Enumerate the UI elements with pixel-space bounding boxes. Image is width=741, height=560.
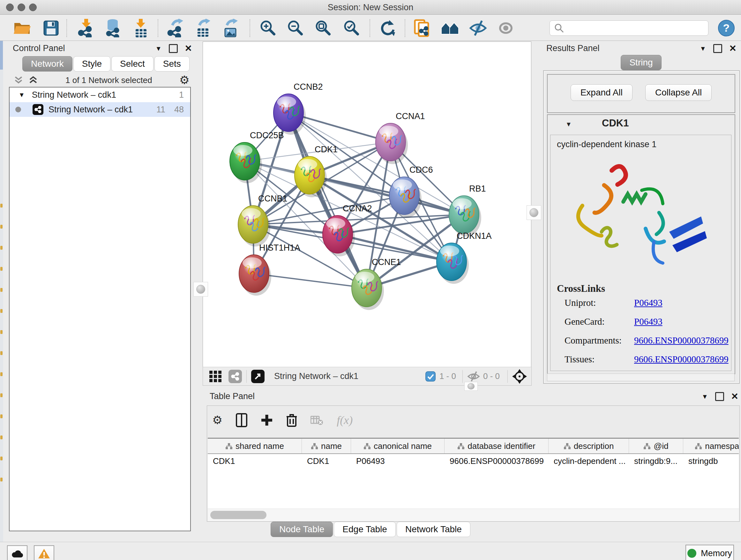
warning-triangle-icon bbox=[38, 548, 51, 559]
gene-description: cyclin-dependent kinase 1 bbox=[557, 139, 731, 149]
close-panel-icon[interactable]: ✕ bbox=[731, 393, 738, 400]
node-CDKN1A[interactable]: CDKN1A bbox=[436, 231, 492, 284]
close-panel-icon[interactable]: ✕ bbox=[729, 45, 737, 52]
table-cell[interactable]: stringdb:9... bbox=[629, 454, 683, 468]
import-network-from-database-button[interactable] bbox=[104, 18, 123, 38]
tab-node-table[interactable]: Node Table bbox=[271, 522, 333, 537]
expand-all-icon[interactable] bbox=[29, 76, 38, 84]
expand-all-button[interactable]: Expand All bbox=[570, 84, 632, 101]
grid-view-icon[interactable] bbox=[209, 370, 223, 383]
node-RB1[interactable]: RB1 bbox=[449, 184, 486, 237]
table-cell[interactable]: 9606.ENSP00000378699 bbox=[445, 454, 549, 468]
zoom-fit-button[interactable] bbox=[314, 18, 333, 38]
node-CCNE1[interactable]: CCNE1 bbox=[352, 257, 401, 310]
help-button[interactable]: ? bbox=[717, 18, 736, 38]
hidden-eye-slash-icon[interactable] bbox=[467, 371, 480, 382]
open-session-button[interactable] bbox=[13, 18, 32, 38]
import-network-button[interactable] bbox=[77, 18, 96, 38]
new-network-from-selection-button[interactable] bbox=[413, 18, 432, 38]
panel-menu-icon[interactable]: ▼ bbox=[702, 393, 708, 400]
collapse-triangle-icon[interactable]: ▼ bbox=[18, 91, 25, 99]
splitter-handle[interactable] bbox=[193, 282, 208, 297]
tab-select[interactable]: Select bbox=[111, 56, 153, 71]
column-header-shared-name[interactable]: shared name bbox=[208, 439, 302, 453]
tab-network[interactable]: Network bbox=[22, 56, 72, 71]
table-cell[interactable]: P06493 bbox=[351, 454, 445, 468]
crosslink-link[interactable]: P06493 bbox=[634, 298, 663, 308]
column-header-description[interactable]: description bbox=[549, 439, 629, 453]
node-HIST1H1A[interactable]: HIST1H1A bbox=[239, 243, 300, 296]
table-row[interactable]: CDK1CDK1P064939606.ENSP00000378699cyclin… bbox=[208, 454, 739, 468]
column-header-at-id[interactable]: @id bbox=[629, 439, 683, 453]
panel-menu-icon[interactable]: ▼ bbox=[155, 45, 162, 52]
save-session-button[interactable] bbox=[42, 18, 61, 38]
table-cell[interactable]: CDK1 bbox=[208, 454, 302, 468]
add-column-icon[interactable] bbox=[261, 414, 273, 426]
network-options-gear-icon[interactable]: ⚙ bbox=[179, 74, 190, 86]
import-table-button[interactable] bbox=[131, 18, 151, 38]
node-CCNB1[interactable]: CCNB1 bbox=[238, 194, 287, 246]
node-CCNA1[interactable]: CCNA1 bbox=[376, 111, 425, 164]
export-network-button[interactable] bbox=[166, 18, 185, 38]
table-h-scrollbar[interactable] bbox=[208, 509, 739, 521]
table-panel: Table Panel ▼ ✕ ⚙ f(x) shared namenameca… bbox=[203, 389, 741, 542]
collapse-all-icon[interactable] bbox=[14, 76, 23, 84]
zoom-out-button[interactable] bbox=[286, 18, 305, 38]
collapse-triangle-icon[interactable]: ▼ bbox=[565, 121, 572, 128]
export-image-button[interactable] bbox=[221, 18, 240, 38]
show-columns-icon[interactable] bbox=[236, 413, 247, 427]
column-header-name[interactable]: name bbox=[302, 439, 351, 453]
node-CDC6[interactable]: CDC6 bbox=[389, 165, 433, 218]
hide-selected-button[interactable] bbox=[469, 18, 488, 38]
column-header-canonical-name[interactable]: canonical name bbox=[351, 439, 445, 453]
open-in-new-window-icon[interactable] bbox=[251, 370, 265, 383]
control-panel-title: Control Panel bbox=[13, 44, 65, 53]
column-header-database-identifier[interactable]: database identifier bbox=[445, 439, 549, 453]
crosslink-link[interactable]: P06493 bbox=[634, 316, 663, 327]
search-field[interactable] bbox=[549, 20, 709, 36]
scrollbar-thumb[interactable] bbox=[210, 511, 266, 519]
table-cell[interactable]: stringdb bbox=[683, 454, 739, 468]
crosslink-link[interactable]: 9606.ENSP00000378699 bbox=[634, 335, 729, 346]
string-results-box: Expand All Collapse All ▼ CDK1 cyclin-de… bbox=[543, 70, 740, 384]
close-panel-icon[interactable]: ✕ bbox=[185, 45, 192, 52]
network-canvas[interactable]: CCNB2CCNA1CDC25BCDK1CDC6RB1CCNB1CCNA2CDK… bbox=[203, 42, 531, 367]
warnings-button[interactable] bbox=[34, 545, 54, 560]
float-panel-icon[interactable] bbox=[715, 392, 724, 401]
results-scrollbar[interactable] bbox=[547, 374, 735, 381]
float-panel-icon[interactable] bbox=[713, 44, 722, 53]
network-row-selected[interactable]: String Network – cdk1 11 48 bbox=[10, 102, 190, 117]
zoom-in-button[interactable] bbox=[259, 18, 278, 38]
edge-CCNB2-CCNE1[interactable] bbox=[288, 113, 367, 288]
zoom-selected-button[interactable] bbox=[342, 18, 361, 38]
collapse-all-button[interactable]: Collapse All bbox=[645, 84, 712, 101]
tab-string[interactable]: String bbox=[621, 55, 661, 70]
panel-menu-icon[interactable]: ▼ bbox=[700, 45, 706, 52]
network-badge-gray-icon[interactable] bbox=[228, 370, 242, 383]
tab-style[interactable]: Style bbox=[73, 56, 111, 71]
network-graph[interactable]: CCNB2CCNA1CDC25BCDK1CDC6RB1CCNB1CCNA2CDK… bbox=[203, 42, 531, 367]
apply-layout-button[interactable] bbox=[378, 18, 397, 38]
column-header-namespace[interactable]: namespace bbox=[683, 439, 739, 453]
table-cell[interactable]: cyclin-dependent ... bbox=[549, 454, 629, 468]
selected-checkbox-icon[interactable] bbox=[425, 371, 435, 381]
node-label: RB1 bbox=[469, 184, 486, 193]
float-panel-icon[interactable] bbox=[169, 44, 178, 53]
cloud-status-button[interactable] bbox=[7, 545, 27, 560]
delete-column-icon[interactable] bbox=[286, 414, 297, 427]
crosslink-link[interactable]: 9606.ENSP00000378699 bbox=[634, 354, 729, 365]
tab-sets[interactable]: Sets bbox=[154, 56, 190, 71]
network-collection-row[interactable]: ▼ String Network – cdk1 1 bbox=[10, 87, 190, 102]
table-cell[interactable]: CDK1 bbox=[302, 454, 351, 468]
tab-network-table[interactable]: Network Table bbox=[397, 522, 470, 537]
table-options-gear-icon[interactable]: ⚙ bbox=[212, 415, 222, 426]
birdseye-crosshair-icon[interactable] bbox=[512, 369, 527, 384]
memory-button[interactable]: Memory bbox=[685, 545, 734, 560]
export-table-button[interactable] bbox=[193, 18, 212, 38]
show-all-button[interactable] bbox=[496, 18, 516, 38]
first-neighbors-button[interactable] bbox=[441, 18, 460, 38]
splitter-handle[interactable] bbox=[527, 205, 541, 220]
search-input[interactable] bbox=[567, 23, 708, 33]
node-CCNB2[interactable]: CCNB2 bbox=[273, 82, 323, 135]
tab-edge-table[interactable]: Edge Table bbox=[334, 522, 396, 537]
